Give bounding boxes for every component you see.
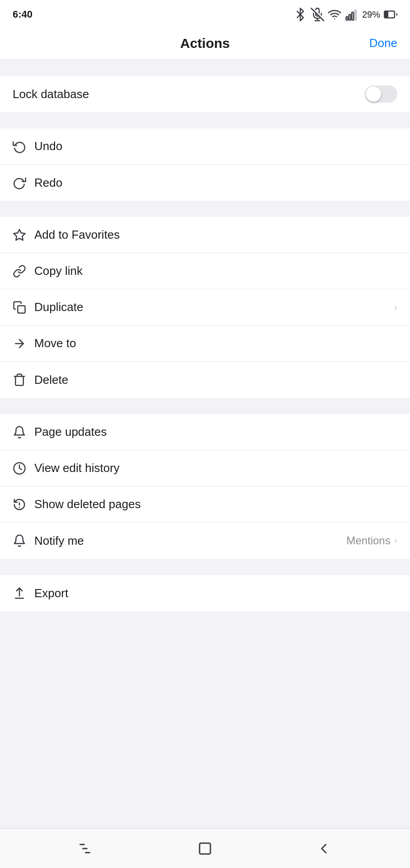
clock-icon	[13, 462, 34, 475]
duplicate-chevron: ›	[394, 302, 397, 313]
move-icon	[13, 337, 34, 350]
nav-menu-button[interactable]	[68, 837, 104, 860]
duplicate-item[interactable]: Duplicate ›	[0, 289, 410, 326]
export-item[interactable]: Export	[0, 575, 410, 611]
home-square-icon	[197, 840, 213, 857]
add-favorites-label: Add to Favorites	[34, 228, 397, 242]
actions-section: Add to Favorites Copy link Duplicate	[0, 217, 410, 398]
export-icon	[13, 586, 34, 600]
battery-icon	[384, 8, 397, 21]
spacer-3	[0, 201, 410, 217]
nav-back-button[interactable]	[306, 837, 342, 860]
duplicate-icon	[13, 301, 34, 314]
done-button[interactable]: Done	[369, 36, 397, 50]
undo-label: Undo	[34, 139, 397, 153]
page-title: Actions	[180, 36, 230, 51]
view-edit-history-item[interactable]: View edit history	[0, 450, 410, 486]
undo-icon	[13, 140, 34, 153]
clock-restore-icon	[13, 498, 34, 511]
move-to-label: Move to	[34, 336, 397, 350]
wifi-icon	[328, 8, 341, 21]
page-updates-item[interactable]: Page updates	[0, 414, 410, 450]
trash-icon	[13, 373, 34, 387]
delete-item[interactable]: Delete	[0, 362, 410, 398]
redo-icon	[13, 176, 34, 189]
link-icon	[13, 264, 34, 278]
lock-section: Lock database	[0, 76, 410, 112]
show-deleted-item[interactable]: Show deleted pages	[0, 486, 410, 523]
page-updates-label: Page updates	[34, 425, 397, 439]
page-section: Page updates View edit history	[0, 414, 410, 559]
move-to-item[interactable]: Move to	[0, 326, 410, 362]
add-favorites-item[interactable]: Add to Favorites	[0, 217, 410, 253]
signal-icon	[345, 8, 359, 21]
redo-item[interactable]: Redo	[0, 165, 410, 201]
bluetooth-icon	[294, 8, 307, 21]
spacer-1	[0, 60, 410, 76]
export-label: Export	[34, 586, 397, 600]
battery-text: 29%	[362, 9, 380, 20]
undo-redo-section: Undo Redo	[0, 128, 410, 201]
lock-database-label: Lock database	[13, 87, 89, 101]
undo-item[interactable]: Undo	[0, 128, 410, 165]
nav-bar	[0, 828, 410, 868]
notify-me-value: Mentions	[346, 534, 390, 547]
status-bar: 6:40	[0, 0, 410, 27]
redo-label: Redo	[34, 176, 397, 190]
show-deleted-label: Show deleted pages	[34, 497, 397, 511]
delete-label: Delete	[34, 373, 397, 387]
spacer-5	[0, 559, 410, 575]
lock-database-row[interactable]: Lock database	[0, 76, 410, 112]
notify-me-label: Notify me	[34, 534, 346, 548]
notify-chevron: ›	[394, 535, 397, 547]
spacer-4	[0, 398, 410, 414]
mute-icon	[311, 8, 324, 21]
bottom-spacer	[0, 611, 410, 629]
toggle-knob	[366, 86, 381, 102]
status-time: 6:40	[13, 9, 33, 20]
svg-rect-4	[346, 17, 348, 20]
nav-home-button[interactable]	[187, 837, 223, 860]
back-chevron-icon	[316, 840, 332, 857]
star-icon	[13, 228, 34, 242]
notify-me-right: Mentions ›	[346, 534, 397, 547]
svg-rect-12	[18, 306, 25, 313]
notify-bell-icon	[13, 534, 34, 547]
lock-toggle[interactable]	[365, 85, 397, 103]
copy-link-label: Copy link	[34, 264, 397, 278]
view-edit-history-label: View edit history	[34, 461, 397, 475]
notify-me-item[interactable]: Notify me Mentions ›	[0, 523, 410, 559]
bell-icon	[13, 425, 34, 439]
svg-rect-5	[349, 14, 351, 20]
svg-rect-7	[354, 10, 356, 20]
svg-marker-11	[14, 229, 25, 240]
svg-rect-6	[352, 12, 354, 20]
svg-rect-10	[385, 12, 388, 18]
export-section: Export	[0, 575, 410, 611]
spacer-2	[0, 112, 410, 128]
header: Actions Done	[0, 27, 410, 60]
menu-lines-icon	[78, 840, 94, 857]
duplicate-label: Duplicate	[34, 300, 394, 314]
svg-rect-22	[200, 843, 210, 854]
copy-link-item[interactable]: Copy link	[0, 253, 410, 289]
status-icons: 29%	[294, 8, 397, 21]
